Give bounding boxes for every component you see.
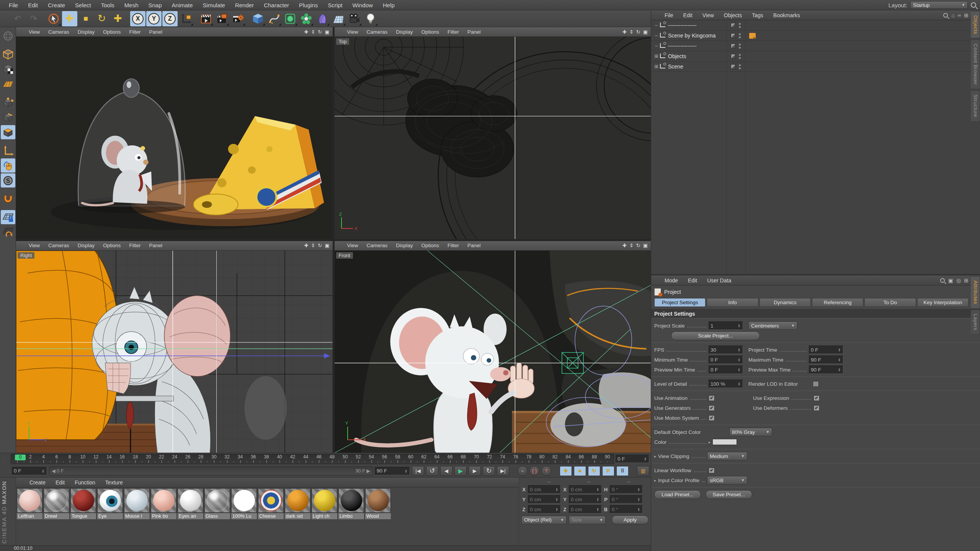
model-mode-button[interactable] [1, 47, 15, 61]
vp2-menu-item-options[interactable]: Options [417, 28, 444, 36]
viewport-pan-icon[interactable]: ✚ [622, 29, 627, 35]
main-menu-item-snap[interactable]: Snap [143, 1, 167, 10]
lock-icon[interactable]: ▣ [948, 277, 953, 284]
tab-attributes[interactable]: Attributes [971, 276, 980, 308]
redo-button[interactable]: ↷ [26, 11, 41, 26]
material-glass[interactable]: Glass [204, 488, 230, 519]
vp4-menu-item-filter[interactable]: Filter [443, 242, 463, 249]
vp3-menu-item-filter[interactable]: Filter [125, 242, 145, 249]
material-menu-grip[interactable] [17, 479, 23, 486]
om-menu-item-tags[interactable]: Tags [747, 11, 768, 20]
search-icon[interactable] [971, 2, 976, 8]
light-button[interactable] [363, 11, 378, 26]
go-to-start-button[interactable]: |◀ [412, 466, 424, 476]
add-cube-button[interactable] [250, 11, 266, 26]
go-to-end-button[interactable]: ▶| [497, 466, 509, 476]
vp4-menu-item-display[interactable]: Display [392, 242, 417, 249]
material-mouse-l[interactable]: Mouse l [124, 488, 150, 519]
layer-chip[interactable] [731, 64, 736, 69]
linear-workflow-checkbox[interactable]: ✔ [709, 468, 715, 473]
rotate-tool-button[interactable]: ↻ [94, 11, 109, 26]
use-motion-system-checkbox[interactable]: ✔ [709, 415, 715, 421]
main-menu-item-tools[interactable]: Tools [96, 1, 119, 10]
material-cheese[interactable]: Cheese [258, 488, 284, 519]
viewport-pan-icon[interactable]: ✚ [304, 243, 308, 248]
visibility-dots[interactable] [739, 33, 741, 38]
project-scale-unit-dropdown[interactable]: Centimeters▼ [748, 321, 797, 330]
material-pink-bo[interactable]: Pink bo [151, 488, 176, 519]
add-panel-icon[interactable]: ⊞ [964, 277, 969, 284]
layer-chip[interactable] [731, 23, 736, 28]
main-menu-item-file[interactable]: File [4, 1, 23, 10]
viewport-maximize-icon[interactable]: ▣ [325, 243, 329, 248]
vp2-menu-item-display[interactable]: Display [392, 28, 417, 36]
material-100-lu[interactable]: 100% Lu [231, 488, 257, 519]
viewport-right-canvas[interactable]: Right [16, 251, 333, 453]
om-menu-item-view[interactable]: View [697, 11, 719, 20]
main-menu-item-create[interactable]: Create [43, 1, 70, 10]
expander-icon[interactable]: ▸ [654, 454, 658, 458]
scale-project-button[interactable]: Scale Project... [671, 331, 760, 340]
key-rotation-button[interactable]: ↻ [588, 466, 600, 476]
viewport-top-canvas[interactable]: Top [335, 37, 651, 239]
size-mode-dropdown[interactable]: Size▼ [569, 516, 606, 524]
object-row-scene[interactable]: ⊞Scene [651, 62, 980, 72]
tab-objects[interactable]: Objects [971, 11, 980, 38]
rot-h-field[interactable]: 0 °▴▾ [610, 485, 643, 494]
material-eye[interactable]: Eye [97, 488, 123, 519]
material-menu-item-function[interactable]: Function [70, 478, 100, 487]
material-wood[interactable]: Wood [365, 488, 391, 519]
tab-content-browser[interactable]: Content Browser [971, 39, 980, 89]
vp3-menu-item-panel[interactable]: Panel [145, 242, 167, 249]
expand-icon[interactable]: ⊞ [653, 54, 659, 59]
level-of-detail-field[interactable]: 100 %▴▾ [709, 380, 743, 388]
viewport-front-canvas[interactable]: Front [335, 251, 651, 453]
current-frame-field[interactable]: 0 F ▴▾ [12, 467, 47, 475]
points-mode-button[interactable] [1, 95, 15, 109]
enable-axis-button[interactable] [1, 143, 15, 158]
undo-button[interactable]: ↶ [10, 11, 25, 26]
om-menu-item-edit[interactable]: Edit [678, 11, 697, 20]
add-generator-button[interactable] [283, 11, 298, 26]
tab-dynamics[interactable]: Dynamics [760, 298, 811, 307]
viewport-pan-icon[interactable]: ✚ [304, 29, 308, 35]
use-deformers-checkbox[interactable]: ✔ [813, 405, 820, 411]
am-menu-item-edit[interactable]: Edit [683, 276, 702, 285]
spinner-icon[interactable]: ▴▾ [643, 455, 647, 463]
lock-y-axis-button[interactable]: Y [146, 11, 162, 26]
render-region-button[interactable] [214, 11, 230, 26]
record-button[interactable]: ● [518, 466, 528, 476]
tab-info[interactable]: Info [707, 298, 758, 307]
timeline-frame-field[interactable]: 0 F ▴▾ [616, 455, 649, 463]
viewport-rotate-icon[interactable]: ↻ [318, 29, 322, 35]
size-y-field[interactable]: 0 cm▴▾ [569, 495, 602, 504]
search-icon[interactable] [940, 278, 945, 283]
expander-icon[interactable]: ▸ [709, 440, 712, 444]
viewport-perspective-canvas[interactable] [16, 37, 333, 239]
default-object-color-dropdown[interactable]: 80% Gray▼ [729, 428, 772, 436]
annotation-tag-icon[interactable] [749, 33, 756, 39]
timeline-playhead[interactable]: 0 [15, 455, 26, 460]
autokeying-button[interactable]: ( ) [529, 466, 539, 476]
color-swatch[interactable] [712, 439, 737, 445]
texture-mode-button[interactable] [1, 62, 15, 76]
material-menu-item-create[interactable]: Create [24, 478, 51, 487]
vp1-menu-item-panel[interactable]: Panel [145, 28, 167, 36]
size-x-field[interactable]: 0 cm▴▾ [569, 485, 602, 494]
material-limbo[interactable]: Limbo [338, 488, 364, 519]
tab-project-settings[interactable]: Project Settings [654, 298, 706, 307]
frame-slider[interactable]: ◀ 0 F 90 F ▶ [49, 466, 373, 475]
vp3-menu-item-options[interactable]: Options [99, 242, 125, 249]
snap-s-button[interactable]: S [1, 173, 15, 187]
tab-referencing[interactable]: Referencing [812, 298, 863, 307]
viewport-menu-grip[interactable] [17, 29, 23, 35]
material-menu-item-edit[interactable]: Edit [51, 478, 70, 487]
status-grip[interactable] [3, 546, 9, 549]
fps-field[interactable]: 30▴▾ [709, 346, 743, 354]
viewport-menu-grip[interactable] [17, 243, 23, 249]
main-menu-item-character[interactable]: Character [259, 1, 294, 10]
viewport-solo-button[interactable] [1, 158, 15, 173]
tab-to-do[interactable]: To Do [864, 298, 916, 307]
timeline-ruler[interactable]: 0 24681012141618202224262830323436384042… [11, 454, 614, 464]
object-row-scene-by-kingcoma[interactable]: –Scene by Kingcoma [651, 31, 980, 41]
